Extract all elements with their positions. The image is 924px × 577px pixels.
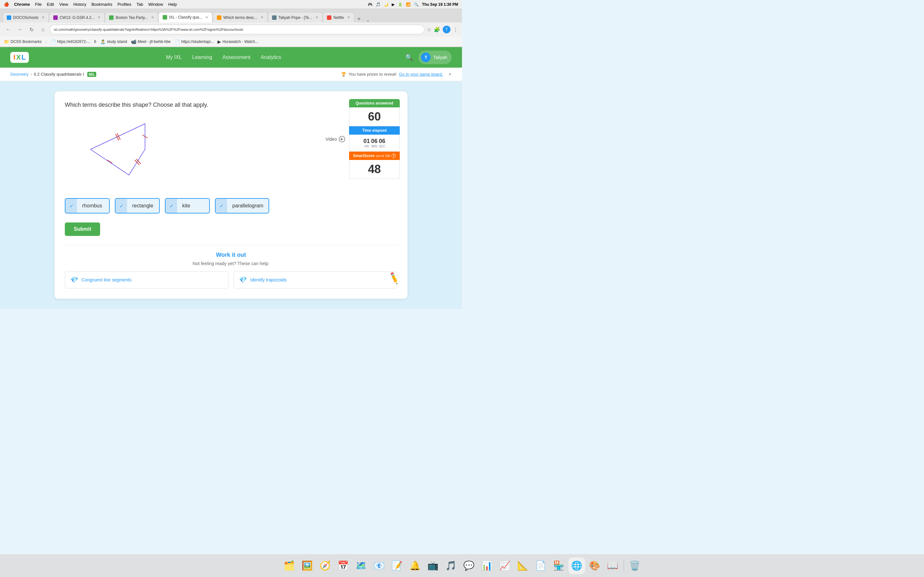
- questions-answered-header: Questions answered: [349, 99, 400, 107]
- nav-assessment[interactable]: Assessment: [222, 55, 250, 60]
- prize-close-button[interactable]: ✕: [448, 72, 452, 77]
- forward-button[interactable]: →: [15, 25, 24, 34]
- menu-items: File Edit View History Bookmarks Profile…: [35, 2, 177, 7]
- timer-sec: 06 SEC: [379, 138, 386, 148]
- taliyah-favicon: [272, 15, 276, 20]
- resource-congruent[interactable]: 💎 Congruent line segments: [65, 271, 228, 288]
- tab-ixl[interactable]: IXL - Classify qua... ✕: [158, 12, 213, 23]
- ixl-favicon: [163, 15, 167, 19]
- search-button[interactable]: 🔍: [405, 53, 413, 61]
- timer-min: 06 MIN: [371, 138, 378, 148]
- address-input[interactable]: [50, 25, 424, 34]
- bookmark-hurawatch[interactable]: ▶ Hurawatch - Watch...: [218, 39, 258, 44]
- timer-hr: 01 HR: [363, 138, 370, 148]
- menu-profiles[interactable]: Profiles: [118, 2, 131, 7]
- tab-doco-close[interactable]: ✕: [42, 15, 45, 19]
- home-button[interactable]: ⌂: [39, 25, 47, 34]
- user-avatar[interactable]: T Taliyah: [418, 51, 452, 64]
- tab-taliyah-label: Taliyah Pope - [Te...: [278, 15, 312, 20]
- netflix-favicon: [327, 15, 331, 20]
- smartscore-help-icon[interactable]: ?: [391, 153, 396, 158]
- checkbox-kite[interactable]: ✓: [166, 199, 177, 213]
- answer-rhombus[interactable]: ✓ rhombus: [65, 198, 110, 213]
- ixl-logo[interactable]: I X L: [10, 52, 29, 63]
- extension-button[interactable]: 🧩: [434, 27, 440, 33]
- mac-menubar: 🍎 Chrome File Edit View History Bookmark…: [0, 0, 462, 9]
- video-link[interactable]: Video ▶: [326, 136, 346, 142]
- bookmark-dcss[interactable]: 📁 DCSS Bookmarks: [4, 39, 42, 44]
- answer-kite[interactable]: ✓ kite: [165, 198, 210, 213]
- tab-boston-close[interactable]: ✕: [151, 15, 154, 19]
- checkbox-rectangle[interactable]: ✓: [115, 199, 127, 213]
- work-it-out-title: Work it out: [65, 251, 397, 258]
- menu-file[interactable]: File: [35, 2, 42, 7]
- more-button[interactable]: ⋮: [453, 27, 458, 33]
- question-text: Which terms describe this shape? Choose …: [65, 102, 289, 108]
- diamond-icon-2: 💎: [239, 276, 247, 284]
- checkbox-parallelogram[interactable]: ✓: [216, 199, 227, 213]
- menu-help[interactable]: Help: [168, 2, 177, 7]
- video-label: Video: [326, 137, 337, 142]
- profile-button[interactable]: T: [443, 26, 451, 33]
- tab-taliyah[interactable]: Taliyah Pope - [Te... ✕: [268, 12, 322, 23]
- prize-link[interactable]: Go to your game board.: [399, 72, 443, 77]
- trophy-icon: 🏆: [341, 72, 346, 77]
- bookmark-studentapi[interactable]: 📄 https://studentapi...: [174, 39, 214, 44]
- tab-which-label: Which terms desc...: [223, 15, 257, 20]
- bookmark-6[interactable]: 6: [94, 39, 96, 44]
- menu-window[interactable]: Window: [148, 2, 163, 7]
- bookmark-dcss-label: DCSS Bookmarks: [11, 39, 42, 44]
- address-bar: ← → ↻ ⌂ ☆ 🧩 T ⋮: [0, 23, 462, 37]
- tab-netflix[interactable]: Netflix ✕: [323, 12, 354, 23]
- nav-learning[interactable]: Learning: [192, 55, 212, 60]
- apple-menu[interactable]: 🍎: [4, 2, 9, 7]
- menu-edit[interactable]: Edit: [47, 2, 54, 7]
- tab-ixl-close[interactable]: ✕: [205, 15, 208, 19]
- menu-view[interactable]: View: [59, 2, 68, 7]
- prize-text: You have prizes to reveal!: [349, 72, 397, 77]
- doco-favicon: [7, 15, 11, 20]
- bookmark-study-island[interactable]: 🏝️ study island: [100, 39, 127, 44]
- tab-boston[interactable]: Boston Tea Party... ✕: [105, 12, 158, 23]
- ixl-nav: My IXL Learning Assessment Analytics: [42, 55, 405, 60]
- ixl-header-right: 🔍 T Taliyah: [405, 51, 452, 64]
- nav-my-ixl[interactable]: My IXL: [166, 55, 182, 60]
- tab-netflix-close[interactable]: ✕: [347, 15, 350, 19]
- submit-button[interactable]: Submit: [65, 222, 100, 236]
- answer-parallelogram[interactable]: ✓ parallelogram: [215, 198, 269, 213]
- tab-netflix-label: Netflix: [333, 15, 344, 20]
- answer-rectangle[interactable]: ✓ rectangle: [115, 198, 160, 213]
- checkbox-rhombus[interactable]: ✓: [65, 199, 77, 213]
- work-it-out-subtitle: Not feeling ready yet? These can help:: [65, 261, 397, 266]
- new-tab-button[interactable]: +: [355, 16, 363, 23]
- breadcrumb-geometry[interactable]: Geometry: [10, 72, 29, 77]
- bookmark-star-button[interactable]: ☆: [427, 27, 431, 33]
- nav-analytics[interactable]: Analytics: [260, 55, 281, 60]
- which-favicon: [217, 15, 221, 20]
- logo-i: I: [13, 53, 15, 61]
- menu-bookmarks[interactable]: Bookmarks: [91, 2, 112, 7]
- bookmark-studentapi-label: https://studentapi...: [181, 39, 214, 44]
- questions-count: 60: [349, 107, 400, 126]
- stats-timer: 01 HR 06 MIN 06 SEC: [349, 135, 400, 152]
- bookmark-meet-label: Meet - jif-bwhb-hbe: [137, 39, 171, 44]
- shape-svg: [71, 117, 168, 188]
- tab-list-button[interactable]: ⌄: [363, 17, 373, 23]
- tab-cw[interactable]: CW13: G.GSR.4.2... ✕: [49, 12, 105, 23]
- menu-tab[interactable]: Tab: [136, 2, 143, 7]
- tab-cw-close[interactable]: ✕: [97, 15, 100, 19]
- reload-button[interactable]: ↻: [27, 25, 36, 34]
- tab-which[interactable]: Which terms desc... ✕: [213, 12, 267, 23]
- menu-history[interactable]: History: [73, 2, 86, 7]
- answer-options: ✓ rhombus ✓ rectangle ✓ kite ✓ parallelo…: [65, 198, 397, 213]
- video-icon: ▶: [339, 136, 345, 142]
- tab-which-close[interactable]: ✕: [260, 15, 263, 19]
- back-button[interactable]: ←: [4, 25, 13, 34]
- question-card: Video ▶ Questions answered 60 Time elaps…: [55, 91, 407, 299]
- tab-doco[interactable]: DOCOSchools ✕: [3, 12, 49, 23]
- bookmark-e816-label: https://e8162672-...: [57, 39, 90, 44]
- tab-taliyah-close[interactable]: ✕: [315, 15, 318, 19]
- bookmark-e816[interactable]: 📄 https://e8162672-...: [50, 39, 90, 44]
- bookmark-meet[interactable]: 📹 Meet - jif-bwhb-hbe: [131, 39, 171, 44]
- resource-trapezoids[interactable]: 💎 Identify trapezoids: [234, 271, 397, 288]
